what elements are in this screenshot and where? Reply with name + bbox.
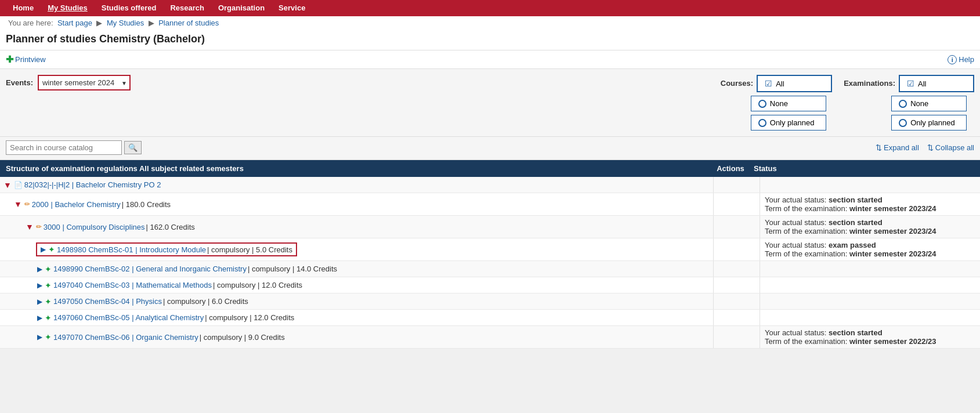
- exams-only-planned-btn[interactable]: Only planned: [891, 115, 967, 131]
- text-1498980: | compulsory | 5.0 Credits: [207, 245, 292, 254]
- exams-radio-planned-icon: [899, 119, 907, 127]
- collapse-all-link[interactable]: ⇅ Collapse all: [927, 143, 974, 152]
- link-1497060[interactable]: 1497060 ChemBSc-05 | Analytical Chemistr…: [53, 313, 204, 322]
- status-line2-1498980: Term of the examination: winter semester…: [765, 249, 975, 258]
- toggle-right-1498980[interactable]: ▶: [41, 245, 46, 253]
- courses-all-label: All: [776, 79, 784, 88]
- breadcrumb-my-studies[interactable]: My Studies: [107, 19, 144, 27]
- toggle-arrow-po2[interactable]: ▼: [3, 180, 12, 190]
- toggle-right-1498990[interactable]: ▶: [37, 265, 42, 273]
- row-status-1497070: Your actual status: section started Term…: [760, 326, 980, 348]
- page-title: Planner of studies Chemistry (Bachelor): [6, 33, 974, 45]
- status-bold-1497070: section started: [829, 328, 882, 337]
- toggle-right-1497070[interactable]: ▶: [37, 333, 42, 341]
- row-main-2000: ▼ ✏ 2000 | Bachelor Chemistry | 180.0 Cr…: [0, 193, 713, 215]
- breadcrumb-planner[interactable]: Planner of studies: [158, 19, 219, 27]
- table-row: ▶ ✦ 1497070 ChemBSc-06 | Organic Chemist…: [0, 326, 980, 349]
- toggle-right-1497060[interactable]: ▶: [37, 314, 42, 322]
- exams-all-btn[interactable]: ☑ All: [899, 75, 974, 92]
- search-input[interactable]: [6, 140, 122, 155]
- row-main-3000: ▼ ✏ 3000 | Compulsory Disciplines | 162.…: [0, 216, 713, 238]
- nav-my-studies[interactable]: My Studies: [41, 0, 95, 16]
- table-row: ▶ ✦ 1498980 ChemBSc-01 | Introductory Mo…: [0, 238, 980, 261]
- col-actions-header: Actions: [707, 164, 754, 173]
- link-1498980[interactable]: 1498980 ChemBSc-01 | Introductory Module: [57, 245, 206, 254]
- collapse-all-label: Collapse all: [935, 143, 974, 152]
- link-1497040[interactable]: 1497040 ChemBSc-03 | Mathematical Method…: [53, 281, 212, 289]
- toolbar: ✚ Printview i Help: [0, 50, 980, 69]
- toggle-right-1497050[interactable]: ▶: [37, 298, 42, 306]
- info-icon: i: [948, 55, 957, 64]
- table-row: ▼ 📄 82|032|-|-|H|2 | Bachelor Chemistry …: [0, 177, 980, 193]
- nav-organisation[interactable]: Organisation: [211, 0, 272, 16]
- study-table: Structure of examination regulations All…: [0, 160, 980, 349]
- row-actions-1497050: [713, 294, 760, 309]
- row-main-1497040: ▶ ✦ 1497040 ChemBSc-03 | Mathematical Me…: [0, 277, 713, 293]
- row-actions-po2: [713, 177, 760, 193]
- row-actions-2000: [713, 193, 760, 215]
- courses-all-btn[interactable]: ☑ All: [757, 75, 832, 92]
- nav-home[interactable]: Home: [6, 0, 41, 16]
- breadcrumb-start[interactable]: Start page: [57, 19, 92, 27]
- toggle-arrow-2000[interactable]: ▼: [14, 200, 22, 209]
- link-po2[interactable]: 82|032|-|-|H|2 | Bachelor Chemistry PO 2: [24, 180, 161, 189]
- courses-only-planned-btn[interactable]: Only planned: [751, 115, 826, 131]
- row-status-1497060: [760, 310, 980, 325]
- row-actions-1498990: [713, 261, 760, 277]
- courses-none-btn[interactable]: None: [751, 96, 826, 111]
- nav-research[interactable]: Research: [163, 0, 211, 16]
- row-main-1497050: ▶ ✦ 1497050 ChemBSc-04 | Physics | compu…: [0, 294, 713, 309]
- text-1497040: | compulsory | 12.0 Credits: [213, 281, 302, 289]
- link-1498990[interactable]: 1498990 ChemBSc-02 | General and Inorgan…: [53, 265, 247, 273]
- status-line2-2000: Term of the examination: winter semester…: [765, 204, 975, 213]
- printview-button[interactable]: ✚ Printview: [6, 54, 46, 65]
- printview-label: Printview: [15, 55, 46, 64]
- status-bold-1498980: exam passed: [829, 241, 876, 249]
- radio-planned-icon: [758, 119, 766, 127]
- text-1497050: | compulsory | 6.0 Credits: [163, 297, 248, 306]
- help-link[interactable]: i Help: [948, 55, 974, 64]
- puzzle-icon-1497070: ✦: [45, 332, 52, 342]
- table-row: ▼ ✏ 3000 | Compulsory Disciplines | 162.…: [0, 216, 980, 238]
- expand-all-link[interactable]: ⇅ Expand all: [876, 143, 919, 152]
- puzzle-icon-1497060: ✦: [45, 313, 52, 323]
- link-2000[interactable]: 2000 | Bachelor Chemistry: [32, 200, 121, 209]
- text-1498990: | compulsory | 14.0 Credits: [248, 265, 337, 273]
- col-structure-header: Structure of examination regulations All…: [6, 164, 707, 173]
- page-icon-po2: 📄: [14, 181, 23, 189]
- toggle-arrow-3000[interactable]: ▼: [26, 222, 34, 231]
- row-status-1498980: Your actual status: exam passed Term of …: [760, 238, 980, 260]
- link-1497050[interactable]: 1497050 ChemBSc-04 | Physics: [53, 297, 162, 306]
- row-main-1497070: ▶ ✦ 1497070 ChemBSc-06 | Organic Chemist…: [0, 326, 713, 348]
- toggle-right-1497040[interactable]: ▶: [37, 281, 42, 289]
- exams-none-btn[interactable]: None: [891, 96, 967, 111]
- pencil-icon-2000: ✏: [24, 200, 30, 208]
- row-actions-1497060: [713, 310, 760, 325]
- status-line1-3000: Your actual status: section started: [765, 218, 975, 227]
- examinations-label: Examinations:: [844, 79, 895, 88]
- plus-icon: ✚: [6, 54, 13, 65]
- status-term-1497070: winter semester 2022/23: [849, 337, 936, 346]
- pencil-icon-3000: ✏: [36, 223, 42, 231]
- row-main-po2: ▼ 📄 82|032|-|-|H|2 | Bachelor Chemistry …: [0, 177, 713, 193]
- puzzle-icon-1498980: ✦: [48, 245, 55, 254]
- courses-none-label: None: [770, 99, 788, 108]
- row-status-3000: Your actual status: section started Term…: [760, 216, 980, 238]
- exams-all-label: All: [918, 79, 926, 88]
- exams-checkmark-icon: ☑: [907, 79, 914, 88]
- exams-radio-none-icon: [899, 100, 907, 108]
- row-actions-1497070: [713, 326, 760, 348]
- status-line1-1498980: Your actual status: exam passed: [765, 241, 975, 249]
- courses-only-planned-label: Only planned: [770, 118, 815, 127]
- nav-studies-offered[interactable]: Studies offered: [95, 0, 164, 16]
- text-2000: | 180.0 Credits: [122, 200, 171, 209]
- status-term-3000: winter semester 2023/24: [849, 227, 936, 236]
- breadcrumb-prefix: You are here:: [8, 19, 53, 27]
- link-1497070[interactable]: 1497070 ChemBSc-06 | Organic Chemistry: [53, 333, 198, 342]
- semester-select[interactable]: winter semester 2024: [38, 75, 131, 90]
- search-button[interactable]: 🔍: [124, 141, 142, 154]
- link-3000[interactable]: 3000 | Compulsory Disciplines: [44, 223, 145, 231]
- table-row: ▶ ✦ 1497050 ChemBSc-04 | Physics | compu…: [0, 294, 980, 310]
- nav-service[interactable]: Service: [272, 0, 312, 16]
- search-row: 🔍 ⇅ Expand all ⇅ Collapse all: [0, 137, 980, 160]
